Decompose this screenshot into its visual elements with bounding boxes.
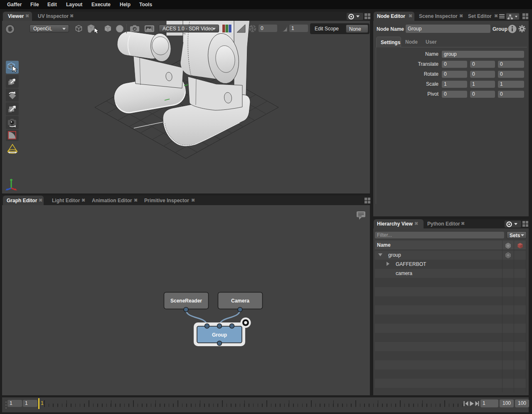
svg-text:Camera: Camera bbox=[231, 298, 249, 304]
svg-text:Group: Group bbox=[212, 332, 227, 338]
svg-text:SceneReader: SceneReader bbox=[170, 298, 202, 304]
